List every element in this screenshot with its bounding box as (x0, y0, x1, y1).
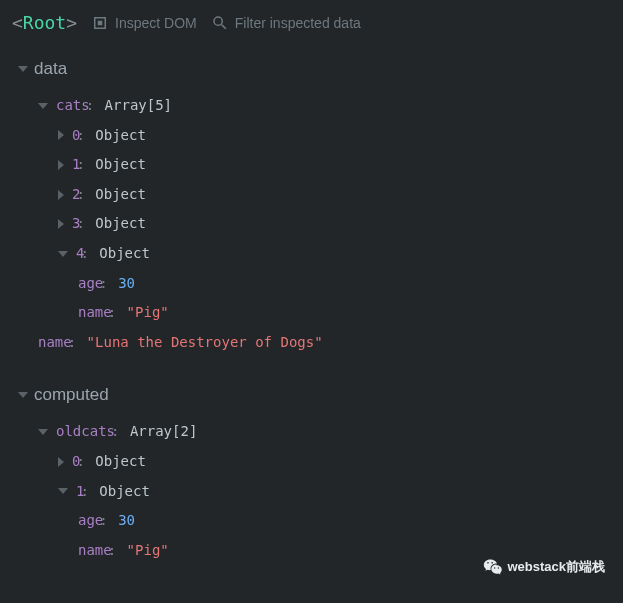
prop-value-string: "Pig" (127, 542, 169, 558)
cats-item-3[interactable]: 3: Object (38, 209, 623, 239)
prop-key: name (78, 542, 112, 558)
section-computed: computed oldcats: Array[2] 0: Object 1: … (0, 369, 623, 577)
prop-value-string: "Pig" (127, 304, 169, 320)
prop-type: Object (95, 186, 146, 202)
chevron-right-icon (58, 219, 64, 229)
filter-group (211, 14, 410, 32)
section-computed-header[interactable]: computed (0, 377, 623, 413)
cats-item-2[interactable]: 2: Object (38, 180, 623, 210)
prop-key: name (78, 304, 112, 320)
chevron-down-icon (58, 251, 68, 257)
inspect-dom-label: Inspect DOM (115, 15, 197, 31)
section-computed-title: computed (34, 385, 109, 405)
section-data-header[interactable]: data (0, 51, 623, 87)
cats-item-4-name[interactable]: name: "Pig" (38, 298, 623, 328)
chevron-right-icon (58, 457, 64, 467)
chevron-right-icon (58, 130, 64, 140)
prop-value-number: 30 (118, 275, 135, 291)
filter-input[interactable] (235, 15, 410, 31)
oldcats-item-0[interactable]: 0: Object (38, 447, 623, 477)
cats-item-0[interactable]: 0: Object (38, 121, 623, 151)
chevron-down-icon (38, 429, 48, 435)
prop-type: Object (95, 453, 146, 469)
oldcats-row[interactable]: oldcats: Array[2] (38, 417, 623, 447)
inspect-dom-button[interactable]: Inspect DOM (91, 14, 197, 32)
oldcats-item-1-age[interactable]: age: 30 (38, 506, 623, 536)
watermark-label: webstack前端栈 (507, 558, 605, 576)
cats-item-4[interactable]: 4: Object (38, 239, 623, 269)
prop-value-string: "Luna the Destroyer of Dogs" (87, 334, 323, 350)
search-icon[interactable] (211, 14, 229, 32)
prop-type: Object (95, 215, 146, 231)
data-tree: cats: Array[5] 0: Object 1: Object 2: Ob… (0, 87, 623, 357)
prop-key: oldcats (56, 423, 115, 439)
target-icon (91, 14, 109, 32)
prop-value-number: 30 (118, 512, 135, 528)
chevron-down-icon (58, 488, 68, 494)
cats-item-4-age[interactable]: age: 30 (38, 269, 623, 299)
prop-type: Object (99, 245, 150, 261)
wechat-icon (483, 557, 503, 577)
prop-type: Object (99, 483, 150, 499)
section-data-title: data (34, 59, 67, 79)
cats-item-1[interactable]: 1: Object (38, 150, 623, 180)
chevron-down-icon (18, 392, 28, 398)
prop-type: Array[2] (130, 423, 197, 439)
chevron-right-icon (58, 190, 64, 200)
cats-row[interactable]: cats: Array[5] (38, 91, 623, 121)
computed-tree: oldcats: Array[2] 0: Object 1: Object ag… (0, 413, 623, 565)
chevron-right-icon (58, 160, 64, 170)
prop-type: Object (95, 156, 146, 172)
chevron-down-icon (18, 66, 28, 72)
prop-key: name (38, 334, 72, 350)
chevron-down-icon (38, 103, 48, 109)
data-name-row[interactable]: name: "Luna the Destroyer of Dogs" (38, 328, 623, 358)
inspector-header: <Root> Inspect DOM (0, 0, 623, 43)
section-data: data cats: Array[5] 0: Object 1: Object … (0, 43, 623, 369)
prop-type: Object (95, 127, 146, 143)
prop-key: cats (56, 97, 90, 113)
root-component-tag[interactable]: <Root> (12, 12, 77, 33)
oldcats-item-1[interactable]: 1: Object (38, 477, 623, 507)
prop-type: Array[5] (105, 97, 172, 113)
watermark-badge: webstack前端栈 (483, 557, 605, 577)
